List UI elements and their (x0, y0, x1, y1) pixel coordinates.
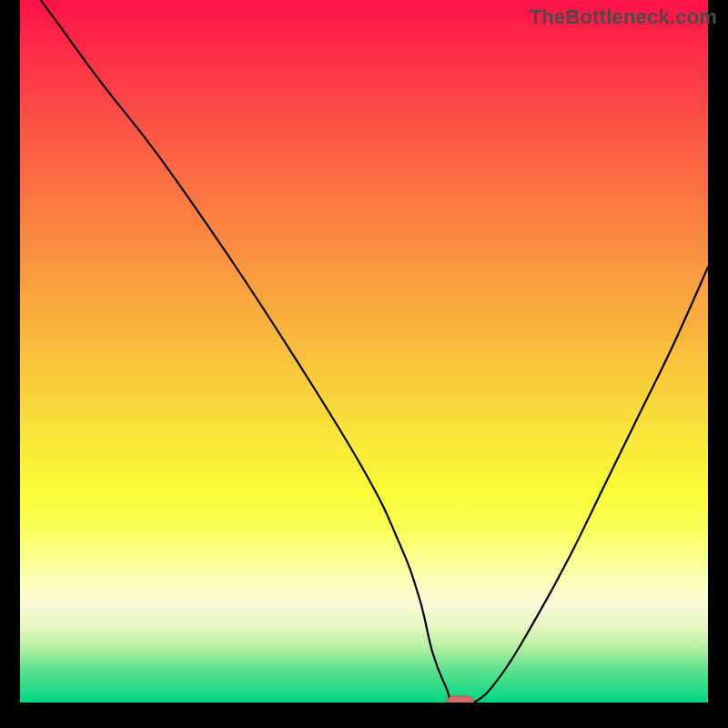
plot-area (20, 0, 708, 703)
chart-stage: TheBottleneck.com (0, 0, 728, 728)
bottleneck-chart (0, 0, 728, 728)
frame-right (708, 0, 728, 728)
frame-bottom (0, 703, 728, 728)
frame-left (0, 0, 20, 728)
watermark-text: TheBottleneck.com (530, 5, 717, 29)
